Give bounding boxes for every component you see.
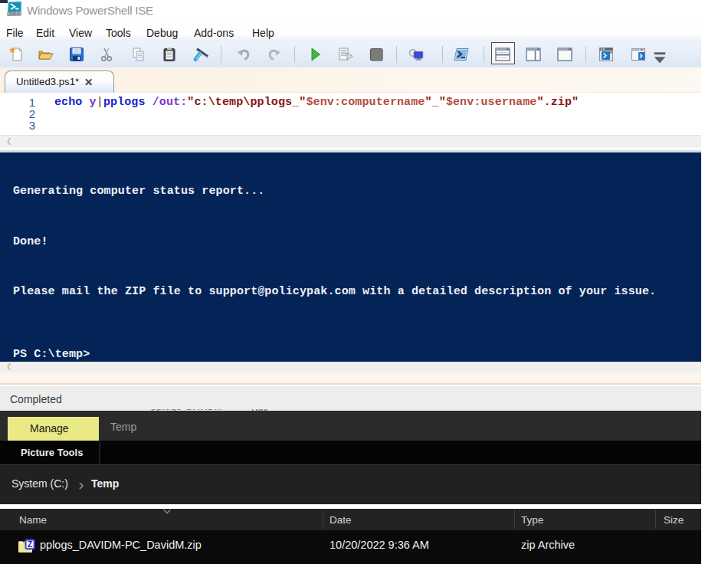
- svg-text:Z: Z: [28, 540, 32, 549]
